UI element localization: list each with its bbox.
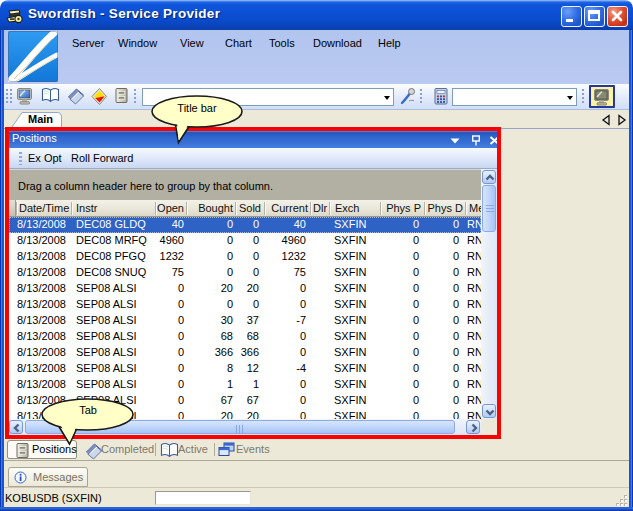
- svg-text:Title bar: Title bar: [177, 102, 217, 114]
- svg-text:Tab: Tab: [79, 404, 97, 416]
